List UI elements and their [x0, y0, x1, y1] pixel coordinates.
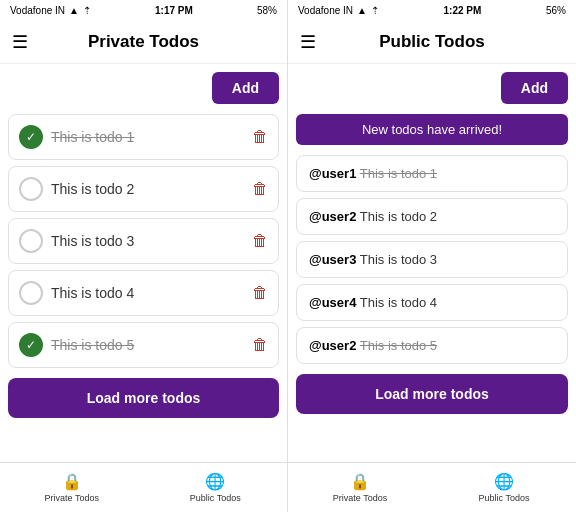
- time-right: 1:22 PM: [444, 5, 482, 16]
- notification-bar: New todos have arrived!: [296, 114, 568, 145]
- header-left: ☰ Private Todos: [0, 20, 287, 64]
- delete-button-1[interactable]: 🗑: [252, 128, 268, 146]
- username-3: @user3: [309, 252, 356, 267]
- list-item: This is todo 3 🗑: [8, 218, 279, 264]
- username-4: @user4: [309, 295, 356, 310]
- todo-check-3[interactable]: [19, 229, 43, 253]
- public-todo-text-3: This is todo 3: [360, 252, 437, 267]
- battery-right: 56%: [546, 5, 566, 16]
- header-right: ☰ Public Todos: [288, 20, 576, 64]
- nav-item-public-right[interactable]: 🌐 Public Todos: [432, 463, 576, 512]
- todo-text-1: This is todo 1: [51, 129, 244, 145]
- carrier-right: Vodafone IN: [298, 5, 353, 16]
- username-1: @user1: [309, 166, 356, 181]
- nav-label-public-right: Public Todos: [479, 493, 530, 503]
- todo-text-2: This is todo 2: [51, 181, 244, 197]
- add-button-right[interactable]: Add: [501, 72, 568, 104]
- globe-icon-left: 🌐: [205, 472, 225, 491]
- todo-text-3: This is todo 3: [51, 233, 244, 249]
- nav-label-public-left: Public Todos: [190, 493, 241, 503]
- delete-button-3[interactable]: 🗑: [252, 232, 268, 250]
- list-item: @user4 This is todo 4: [296, 284, 568, 321]
- signal-icon-left: ▲: [69, 5, 79, 16]
- globe-icon-right: 🌐: [494, 472, 514, 491]
- bottom-nav-right: 🔒 Private Todos 🌐 Public Todos: [288, 462, 576, 512]
- todo-check-1[interactable]: [19, 125, 43, 149]
- todo-text-4: This is todo 4: [51, 285, 244, 301]
- list-item: This is todo 2 🗑: [8, 166, 279, 212]
- nav-item-private-right[interactable]: 🔒 Private Todos: [288, 463, 432, 512]
- page-title-right: Public Todos: [379, 32, 484, 52]
- delete-button-5[interactable]: 🗑: [252, 336, 268, 354]
- load-more-button-right[interactable]: Load more todos: [296, 374, 568, 414]
- add-button-left[interactable]: Add: [212, 72, 279, 104]
- public-todo-text-1: This is todo 1: [360, 166, 437, 181]
- list-item: This is todo 4 🗑: [8, 270, 279, 316]
- bottom-nav-left: 🔒 Private Todos 🌐 Public Todos: [0, 462, 287, 512]
- list-item: @user3 This is todo 3: [296, 241, 568, 278]
- todo-text-5: This is todo 5: [51, 337, 244, 353]
- signal-icon-right: ▲: [357, 5, 367, 16]
- list-item: This is todo 1 🗑: [8, 114, 279, 160]
- menu-icon-left[interactable]: ☰: [12, 31, 28, 53]
- status-bar-left: Vodafone IN ▲ ⇡ 1:17 PM 58%: [0, 0, 287, 20]
- wifi-icon-right: ⇡: [371, 5, 379, 16]
- delete-button-4[interactable]: 🗑: [252, 284, 268, 302]
- todo-check-4[interactable]: [19, 281, 43, 305]
- nav-item-public-left[interactable]: 🌐 Public Todos: [144, 463, 288, 512]
- add-row-left: Add: [8, 72, 279, 104]
- battery-left: 58%: [257, 5, 277, 16]
- lock-icon-left: 🔒: [62, 472, 82, 491]
- nav-label-private-left: Private Todos: [45, 493, 99, 503]
- nav-label-private-right: Private Todos: [333, 493, 387, 503]
- list-item: @user2 This is todo 2: [296, 198, 568, 235]
- lock-icon-right: 🔒: [350, 472, 370, 491]
- list-item: This is todo 5 🗑: [8, 322, 279, 368]
- time-left: 1:17 PM: [155, 5, 193, 16]
- menu-icon-right[interactable]: ☰: [300, 31, 316, 53]
- public-todo-text-5: This is todo 5: [360, 338, 437, 353]
- status-bar-right: Vodafone IN ▲ ⇡ 1:22 PM 56%: [288, 0, 576, 20]
- private-todos-panel: Vodafone IN ▲ ⇡ 1:17 PM 58% ☰ Private To…: [0, 0, 288, 512]
- nav-item-private-left[interactable]: 🔒 Private Todos: [0, 463, 144, 512]
- todo-check-5[interactable]: [19, 333, 43, 357]
- add-row-right: Add: [296, 72, 568, 104]
- wifi-icon-left: ⇡: [83, 5, 91, 16]
- username-5: @user2: [309, 338, 356, 353]
- public-todo-text-4: This is todo 4: [360, 295, 437, 310]
- username-2: @user2: [309, 209, 356, 224]
- load-more-button-left[interactable]: Load more todos: [8, 378, 279, 418]
- todo-check-2[interactable]: [19, 177, 43, 201]
- delete-button-2[interactable]: 🗑: [252, 180, 268, 198]
- page-title-left: Private Todos: [88, 32, 199, 52]
- list-item: @user2 This is todo 5: [296, 327, 568, 364]
- content-left: Add This is todo 1 🗑 This is todo 2 🗑 Th…: [0, 64, 287, 462]
- public-todos-panel: Vodafone IN ▲ ⇡ 1:22 PM 56% ☰ Public Tod…: [288, 0, 576, 512]
- public-todo-text-2: This is todo 2: [360, 209, 437, 224]
- list-item: @user1 This is todo 1: [296, 155, 568, 192]
- carrier-left: Vodafone IN: [10, 5, 65, 16]
- content-right: Add New todos have arrived! @user1 This …: [288, 64, 576, 462]
